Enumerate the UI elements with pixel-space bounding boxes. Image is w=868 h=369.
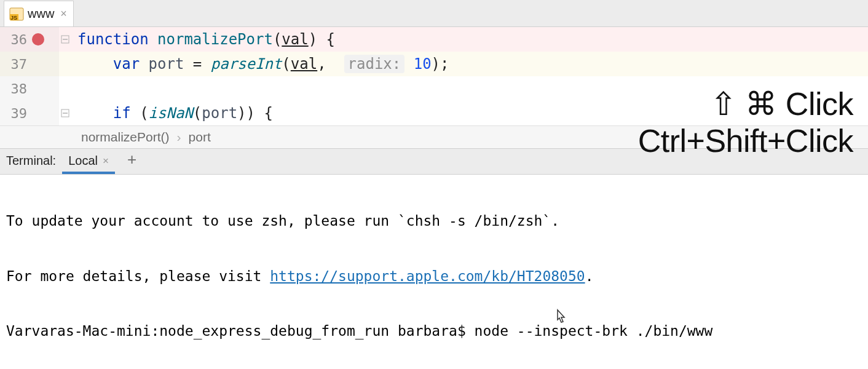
editor-gutter[interactable]: 38 (0, 76, 59, 101)
fold-handle (59, 52, 71, 76)
terminal-tab-label: Local (68, 154, 98, 168)
editor-gutter[interactable]: 36 (0, 27, 59, 52)
fold-handle[interactable] (59, 101, 71, 125)
new-terminal-button[interactable]: + (115, 150, 145, 174)
code-token: function (77, 31, 149, 48)
terminal-text: For more details, please visit (6, 268, 270, 284)
breadcrumb-item[interactable]: port (189, 130, 211, 145)
code-token: )) { (237, 105, 273, 122)
file-tab-www[interactable]: JS www × (4, 1, 74, 26)
terminal-panel-title: Terminal: (6, 149, 62, 174)
code-token: normalizePort (157, 31, 273, 48)
breadcrumb-item[interactable]: normalizePort() (81, 130, 170, 145)
code-token: port (202, 105, 237, 122)
code-token: = (184, 55, 210, 73)
code-token: var (113, 55, 140, 73)
code-content[interactable]: if (isNaN(port)) { (71, 101, 273, 125)
code-token (149, 31, 157, 48)
code-token: isNaN (149, 105, 193, 122)
line-number: 37 (6, 57, 27, 72)
code-token (77, 105, 113, 122)
terminal-text: To update your account to use zsh, pleas… (6, 213, 559, 229)
code-content[interactable] (71, 76, 77, 101)
close-icon[interactable]: × (103, 155, 109, 167)
file-tab-label: www (28, 7, 54, 21)
breakpoint-marker[interactable] (32, 33, 44, 46)
editor-tabs-row: JS www × (0, 0, 868, 27)
shortcut-hint-win: Ctrl+Shift+Click (638, 123, 853, 160)
code-token: parseInt (211, 55, 282, 73)
code-token: 10 (414, 55, 432, 73)
terminal-text: . (585, 268, 594, 284)
terminal-text: Varvaras-Mac-mini:node_express_debug_fro… (6, 323, 712, 339)
line-number: 38 (6, 81, 27, 97)
shortcut-hint-overlay: ⇧ ⌘ Click Ctrl+Shift+Click (638, 86, 853, 160)
close-icon[interactable]: × (58, 7, 67, 20)
chevron-right-icon: › (177, 130, 181, 145)
code-token: ) { (309, 31, 335, 48)
code-token: val (282, 31, 308, 48)
code-token: ); (432, 55, 449, 73)
code-token: ( (193, 105, 202, 122)
code-token: ( (273, 31, 282, 48)
code-token: , (317, 55, 344, 73)
code-token (77, 55, 113, 73)
svg-text:JS: JS (10, 15, 17, 21)
code-token: val (291, 55, 317, 73)
code-token: if (113, 105, 131, 122)
js-file-icon: JS (9, 7, 24, 22)
code-token: ( (282, 55, 290, 73)
code-token (140, 55, 148, 73)
code-token: radix: (344, 55, 405, 73)
terminal-tab-local[interactable]: Local × (62, 149, 115, 174)
editor-gutter[interactable]: 37 (0, 52, 59, 76)
code-line[interactable]: 36function normalizePort(val) { (0, 27, 868, 52)
line-number: 39 (6, 106, 27, 121)
terminal-output[interactable]: To update your account to use zsh, pleas… (0, 175, 868, 369)
terminal-link[interactable]: https://support.apple.com/kb/HT208050 (270, 268, 585, 284)
code-token: ( (131, 105, 149, 122)
code-content[interactable]: function normalizePort(val) { (71, 27, 335, 52)
fold-handle (59, 76, 71, 101)
code-content[interactable]: var port = parseInt(val, radix: 10); (71, 52, 449, 76)
shortcut-hint-mac: ⇧ ⌘ Click (638, 86, 853, 123)
code-token: port (149, 55, 184, 73)
editor-gutter[interactable]: 39 (0, 101, 59, 125)
code-line[interactable]: 37 var port = parseInt(val, radix: 10); (0, 52, 868, 76)
fold-handle[interactable] (59, 27, 71, 52)
code-token (404, 55, 413, 73)
line-number: 36 (6, 32, 27, 47)
